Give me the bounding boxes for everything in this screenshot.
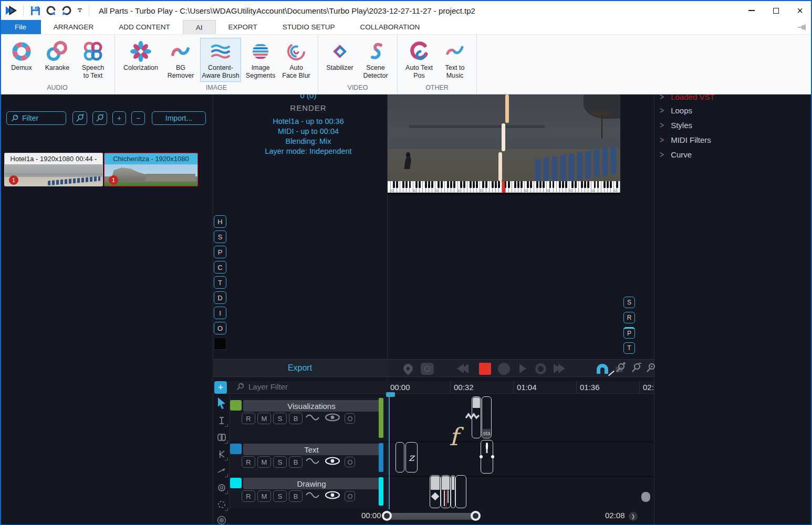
piano-black-key[interactable] — [587, 181, 589, 188]
media-item-hotel1a[interactable]: Hotel1a - 1920x1080 00:44 -1 — [4, 153, 103, 186]
pin-ribbon-icon[interactable] — [797, 24, 807, 31]
timeline-clip[interactable] — [481, 440, 493, 474]
piano-black-key[interactable] — [492, 181, 494, 188]
record-icon[interactable] — [496, 360, 512, 377]
timeline-clip[interactable] — [472, 396, 481, 438]
piano-black-key[interactable] — [549, 181, 551, 188]
media-filter-field[interactable] — [22, 114, 59, 122]
preview-button-t[interactable]: T — [623, 342, 635, 354]
automation-wave-icon[interactable] — [306, 457, 319, 467]
track-button-r[interactable]: R — [242, 413, 255, 424]
maximize-button[interactable] — [764, 1, 788, 20]
tab-file[interactable]: File — [0, 20, 41, 34]
timeline-clip[interactable] — [395, 442, 404, 472]
zoom-in-magnifier-icon[interactable] — [612, 360, 628, 377]
tree-item-curve[interactable]: >Curve — [654, 148, 811, 161]
timeline-clip[interactable]: z — [405, 442, 418, 472]
keyframe-box-icon[interactable] — [345, 491, 355, 501]
fast-forward-icon[interactable] — [551, 360, 567, 377]
ribbon-item-bg-remover[interactable]: BG Remover — [164, 38, 197, 82]
region-box-icon[interactable] — [419, 360, 435, 377]
eye-visibility-icon[interactable] — [325, 457, 340, 467]
piano-keyboard[interactable]: CCCCCCCCCCC — [388, 181, 620, 194]
track-button-s[interactable]: S — [273, 413, 287, 424]
timeline-clip[interactable] — [451, 475, 455, 508]
video-preview[interactable] — [388, 94, 620, 181]
piano-black-key[interactable] — [402, 181, 404, 188]
timeline-lanes[interactable]: stazf — [387, 394, 654, 509]
zoom-magnifier-icon[interactable] — [643, 360, 659, 377]
piano-black-key[interactable] — [470, 181, 472, 188]
track-color-swatch[interactable] — [230, 444, 242, 454]
preview-button-s[interactable]: S — [623, 297, 635, 308]
ribbon-item-demux[interactable]: Demux — [5, 38, 38, 74]
piano-black-key[interactable] — [450, 181, 452, 188]
track-button-s[interactable]: S — [273, 456, 287, 468]
piano-black-key[interactable] — [584, 181, 586, 188]
tab-export[interactable]: EXPORT — [216, 20, 270, 34]
track-color-swatch[interactable] — [230, 400, 242, 411]
add-layer-button[interactable]: + — [214, 381, 227, 394]
layer-letter-button-i[interactable]: I — [214, 307, 226, 319]
piano-black-key[interactable] — [603, 181, 606, 188]
piano-black-key[interactable] — [553, 181, 555, 188]
track-button-m[interactable]: M — [257, 413, 271, 424]
piano-black-key[interactable] — [565, 181, 567, 188]
ribbon-item-colorization[interactable]: Colorization — [120, 38, 161, 74]
piano-black-key[interactable] — [597, 181, 599, 188]
layer-filter-input[interactable] — [236, 382, 353, 391]
track-header-drawing[interactable]: DrawingRMSB — [230, 477, 387, 508]
keyframe-tool-icon[interactable] — [215, 447, 228, 461]
track-button-s[interactable]: S — [273, 490, 287, 502]
tab-add-content[interactable]: ADD CONTENT — [106, 20, 183, 34]
scrollbar-right-handle[interactable] — [471, 511, 481, 521]
piano-black-key[interactable] — [473, 181, 475, 188]
piano-black-key[interactable] — [610, 181, 612, 188]
rewind-icon[interactable] — [455, 360, 471, 377]
piano-black-key[interactable] — [485, 181, 487, 188]
piano-black-key[interactable] — [562, 181, 564, 188]
ribbon-item-content-aware-brush[interactable]: Content-Aware Brush — [200, 38, 241, 82]
zoom-out-button[interactable] — [92, 111, 107, 125]
remove-button[interactable]: − — [131, 111, 145, 125]
piano-black-key[interactable] — [616, 181, 618, 188]
text-tool-icon[interactable] — [215, 414, 228, 427]
close-button[interactable]: × — [788, 1, 812, 20]
ribbon-item-scene-detector[interactable]: Scene Detector — [359, 38, 392, 82]
marker-pin-icon[interactable] — [400, 360, 416, 377]
timeline-scrollbar[interactable] — [386, 513, 479, 520]
piano-black-key[interactable] — [396, 181, 398, 188]
track-button-b[interactable]: B — [289, 456, 303, 468]
tab-arranger[interactable]: ARRANGER — [41, 20, 107, 34]
tree-item-styles[interactable]: >Styles — [654, 118, 811, 132]
preview-button-r[interactable]: R — [623, 312, 635, 323]
shape-tool-icon[interactable] — [215, 513, 228, 525]
piano-black-key[interactable] — [543, 181, 545, 188]
piano-black-key[interactable] — [498, 181, 500, 188]
undo-icon[interactable] — [45, 4, 57, 17]
automation-wave-icon[interactable] — [306, 491, 319, 501]
piano-black-key[interactable] — [482, 181, 484, 188]
scroll-next-icon[interactable]: ❭ — [629, 512, 638, 521]
track-button-r[interactable]: R — [242, 456, 255, 468]
piano-black-key[interactable] — [575, 181, 577, 188]
tree-item-midi-filters[interactable]: >MIDI Filters — [654, 133, 811, 146]
piano-black-key[interactable] — [530, 181, 532, 188]
layer-filter-field[interactable] — [248, 382, 353, 391]
tab-ai[interactable]: AI — [183, 20, 216, 34]
timeline-clip[interactable] — [455, 475, 466, 508]
track-button-b[interactable]: B — [289, 413, 303, 424]
piano-black-key[interactable] — [415, 181, 418, 188]
piano-black-key[interactable] — [393, 181, 395, 188]
preview-button-p[interactable]: P — [623, 327, 635, 339]
piano-black-key[interactable] — [527, 181, 529, 188]
play-icon[interactable] — [515, 360, 530, 377]
piano-black-key[interactable] — [476, 181, 478, 188]
piano-black-key[interactable] — [441, 181, 443, 188]
layer-letter-button-s[interactable]: S — [214, 230, 226, 243]
zoom-out-magnifier-icon[interactable] — [628, 360, 644, 377]
snap-magnet-icon[interactable] — [595, 360, 610, 377]
ribbon-item-text-to-music[interactable]: Text to Music — [439, 38, 471, 82]
piano-black-key[interactable] — [409, 181, 411, 188]
track-header-visualizations[interactable]: VisualizationsRMSB — [230, 396, 387, 441]
